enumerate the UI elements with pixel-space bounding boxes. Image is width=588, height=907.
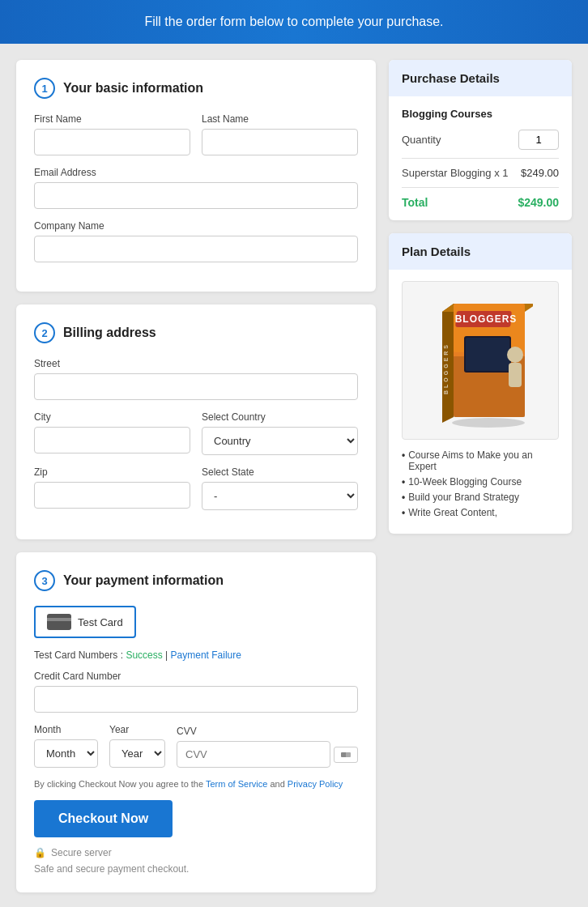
svg-rect-11 [509,363,522,387]
secure-server-row: 🔒 Secure server [34,847,358,858]
first-name-group: First Name [34,113,190,155]
svg-text:BLOGGERS: BLOGGERS [443,343,449,394]
purchase-subtitle: Blogging Courses [402,108,559,120]
quantity-input[interactable] [518,130,559,150]
payment-section: 3 Your payment information Test Card Tes… [16,552,376,892]
plan-feature-item: 10-Week Blogging Course [402,476,559,488]
street-input[interactable] [34,373,358,400]
basic-info-title: 1 Your basic information [34,78,358,99]
billing-title: 2 Billing address [34,322,358,343]
card-button-label: Test Card [78,616,123,628]
item-row: Superstar Blogging x 1 $249.00 [402,167,559,179]
purchase-divider [402,158,559,159]
total-amount: $249.00 [518,196,559,209]
terms-text: By clicking Checkout Now you agree to th… [34,779,358,789]
item-label: Superstar Blogging x 1 [402,167,509,179]
first-name-input[interactable] [34,129,190,155]
failure-link[interactable]: Payment Failure [171,649,241,661]
zip-label: Zip [34,466,190,478]
cc-number-input[interactable] [34,686,358,713]
test-card-prefix: Test Card Numbers : [34,649,126,661]
checkout-button[interactable]: Checkout Now [34,800,173,837]
plan-details-card: Plan Details [389,233,572,534]
purchase-details-card: Purchase Details Blogging Courses Quanti… [389,60,572,220]
plan-feature-item: Build your Brand Strategy [402,492,559,503]
year-label: Year [109,724,165,735]
quantity-label: Quantity [402,134,441,146]
cvv-group: CVV [177,726,358,768]
street-group: Street [34,358,358,400]
state-group: Select State - [202,466,358,510]
last-name-input[interactable] [202,129,358,155]
plan-header: Plan Details [389,233,572,270]
email-group: Email Address [34,167,358,209]
email-label: Email Address [34,167,358,178]
cvv-label: CVV [177,726,358,737]
left-column: 1 Your basic information First Name Last… [16,60,376,892]
cvv-icon [334,747,358,763]
step-3-circle: 3 [34,570,55,591]
plan-image-container: BLOGGERS BLOGGERS [402,281,559,440]
first-name-label: First Name [34,113,190,125]
cc-number-label: Credit Card Number [34,671,358,682]
quantity-row: Quantity [402,130,559,150]
last-name-label: Last Name [202,113,358,125]
item-price: $249.00 [521,167,559,179]
street-label: Street [34,358,358,369]
test-card-info: Test Card Numbers : Success | Payment Fa… [34,649,358,661]
svg-point-0 [452,418,525,428]
month-group: Month Month [34,724,98,768]
card-payment-button[interactable]: Test Card [34,606,136,638]
company-label: Company Name [34,220,358,232]
billing-section: 2 Billing address Street City Select Cou… [16,304,376,539]
purchase-divider-2 [402,187,559,188]
tos-link[interactable]: Term of Service [206,779,267,789]
step-1-circle: 1 [34,78,55,99]
city-label: City [34,411,190,423]
svg-point-10 [507,347,523,363]
total-row: Total $249.00 [402,196,559,209]
cvv-input[interactable] [177,741,330,768]
city-group: City [34,411,190,455]
header-text: Fill the order form below to complete yo… [144,15,443,28]
plan-body: BLOGGERS BLOGGERS Course Aims to Make yo… [389,270,572,534]
plan-features-list: Course Aims to Make you an Expert10-Week… [402,449,559,518]
state-select[interactable]: - [202,482,358,510]
company-input[interactable] [34,236,358,262]
month-label: Month [34,724,98,735]
country-label: Select Country [202,411,358,423]
city-input[interactable] [34,427,190,454]
header-bar: Fill the order form below to complete yo… [0,0,588,44]
year-select[interactable]: Year [109,739,165,768]
svg-rect-9 [466,338,509,371]
month-select[interactable]: Month [34,739,98,768]
zip-group: Zip [34,466,190,510]
country-select[interactable]: Country [202,427,358,455]
plan-feature-item: Course Aims to Make you an Expert [402,449,559,472]
step-2-circle: 2 [34,322,55,343]
purchase-header: Purchase Details [389,60,572,96]
year-group: Year Year [109,724,165,768]
total-label: Total [402,196,428,209]
secure-label: Secure server [51,847,112,858]
card-icon [47,614,71,630]
safe-text: Safe and secure payment checkout. [34,863,358,875]
last-name-group: Last Name [202,113,358,155]
payment-title: 3 Your payment information [34,570,358,591]
right-column: Purchase Details Blogging Courses Quanti… [389,60,572,892]
success-link[interactable]: Success [126,649,162,661]
zip-input[interactable] [34,482,190,509]
lock-icon: 🔒 [34,847,46,858]
svg-text:BLOGGERS: BLOGGERS [455,313,518,325]
cc-number-group: Credit Card Number [34,671,358,713]
state-label: Select State [202,466,358,478]
bloggers-box-image: BLOGGERS BLOGGERS [428,292,533,429]
company-group: Company Name [34,220,358,262]
privacy-link[interactable]: Privacy Policy [288,779,343,789]
country-group: Select Country Country [202,411,358,455]
purchase-body: Blogging Courses Quantity Superstar Blog… [389,96,572,220]
email-input[interactable] [34,182,358,209]
plan-feature-item: Write Great Content, [402,507,559,518]
basic-info-section: 1 Your basic information First Name Last… [16,60,376,292]
